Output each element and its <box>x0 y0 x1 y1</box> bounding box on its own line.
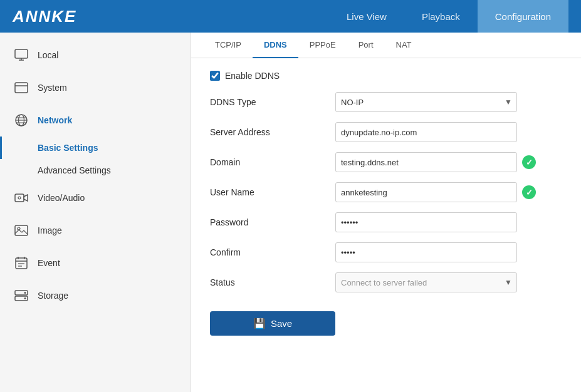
sidebar-item-video-audio[interactable]: Video/Audio <box>0 182 191 214</box>
tab-nat[interactable]: NAT <box>385 33 423 58</box>
logo: ANNKE <box>13 7 76 26</box>
camera-icon <box>13 189 30 207</box>
domain-valid-icon: ✓ <box>522 155 536 169</box>
nav-tabs: Live View Playback Configuration <box>329 0 568 33</box>
save-disk-icon: 💾 <box>253 317 266 329</box>
sidebar-item-system[interactable]: System <box>0 71 191 104</box>
username-row: User Name ✓ <box>210 182 562 202</box>
save-label: Save <box>271 318 292 329</box>
sidebar-label-system: System <box>38 83 67 93</box>
domain-input[interactable] <box>335 152 517 172</box>
sidebar-item-basic-settings[interactable]: Basic Settings <box>0 137 191 159</box>
sidebar-item-image[interactable]: Image <box>0 214 191 247</box>
storage-icon <box>13 287 30 304</box>
password-input[interactable] <box>335 212 517 232</box>
username-label: User Name <box>210 187 335 197</box>
confirm-input[interactable] <box>335 242 517 262</box>
password-row: Password <box>210 212 562 232</box>
enable-ddns-label: Enable DDNS <box>225 71 280 81</box>
sidebar-item-storage[interactable]: Storage <box>0 279 191 312</box>
sidebar-item-event[interactable]: Event <box>0 247 191 279</box>
nav-tab-liveview[interactable]: Live View <box>329 0 404 33</box>
password-label: Password <box>210 217 335 227</box>
svg-rect-13 <box>15 225 28 235</box>
content-area: TCP/IP DDNS PPPoE Port NAT Enable DDNS D… <box>191 33 581 392</box>
sidebar-label-image: Image <box>38 225 62 235</box>
domain-label: Domain <box>210 157 335 167</box>
svg-point-12 <box>18 197 21 199</box>
tab-pppoe[interactable]: PPPoE <box>298 33 347 58</box>
ddns-type-label: DDNS Type <box>210 97 335 107</box>
globe-icon <box>13 111 30 129</box>
sidebar-label-event: Event <box>38 258 60 268</box>
ddns-type-wrapper: NO-IP DynDNS HiDDNS ▼ <box>335 92 517 112</box>
domain-wrapper: ✓ <box>335 152 536 172</box>
sidebar-item-local[interactable]: Local <box>0 39 191 71</box>
sub-tabs: TCP/IP DDNS PPPoE Port NAT <box>191 33 581 58</box>
sidebar-label-local: Local <box>38 50 58 60</box>
event-icon <box>13 254 30 272</box>
save-button[interactable]: 💾 Save <box>210 311 335 336</box>
status-select[interactable]: Connect to server failed <box>335 272 517 292</box>
status-row: Status Connect to server failed ▼ <box>210 272 562 292</box>
image-icon <box>13 222 30 239</box>
server-address-label: Server Address <box>210 127 335 137</box>
header: ANNKE Live View Playback Configuration <box>0 0 581 33</box>
tab-tcpip[interactable]: TCP/IP <box>204 33 253 58</box>
sidebar: Local System Network Basic Settings Adva… <box>0 33 191 392</box>
nav-tab-configuration[interactable]: Configuration <box>478 0 568 33</box>
username-valid-icon: ✓ <box>522 185 536 199</box>
svg-point-24 <box>24 297 26 299</box>
svg-rect-10 <box>15 194 24 202</box>
form-area: Enable DDNS DDNS Type NO-IP DynDNS HiDDN… <box>191 58 581 348</box>
sidebar-item-network[interactable]: Network <box>0 104 191 137</box>
svg-point-23 <box>24 292 26 294</box>
sidebar-label-storage: Storage <box>38 291 68 301</box>
username-input[interactable] <box>335 182 517 202</box>
confirm-row: Confirm <box>210 242 562 262</box>
confirm-label: Confirm <box>210 247 335 257</box>
ddns-type-row: DDNS Type NO-IP DynDNS HiDDNS ▼ <box>210 92 562 112</box>
monitor-icon <box>13 46 30 64</box>
sidebar-label-video-audio: Video/Audio <box>38 193 85 203</box>
tab-port[interactable]: Port <box>347 33 385 58</box>
tab-ddns[interactable]: DDNS <box>253 33 298 58</box>
username-wrapper: ✓ <box>335 182 536 202</box>
main-layout: Local System Network Basic Settings Adva… <box>0 33 581 392</box>
svg-rect-0 <box>15 49 28 58</box>
nav-tab-playback[interactable]: Playback <box>404 0 478 33</box>
enable-ddns-checkbox[interactable] <box>210 71 220 81</box>
sidebar-label-network: Network <box>38 115 72 125</box>
svg-rect-3 <box>15 83 28 93</box>
system-icon <box>13 79 30 96</box>
sidebar-item-advanced-settings[interactable]: Advanced Settings <box>0 159 191 182</box>
server-address-row: Server Address <box>210 122 562 142</box>
svg-marker-11 <box>24 195 28 201</box>
status-label: Status <box>210 277 335 287</box>
status-wrapper: Connect to server failed ▼ <box>335 272 517 292</box>
domain-row: Domain ✓ <box>210 152 562 172</box>
enable-ddns-row: Enable DDNS <box>210 71 562 81</box>
ddns-type-select[interactable]: NO-IP DynDNS HiDDNS <box>335 92 517 112</box>
server-address-input[interactable] <box>335 122 517 142</box>
